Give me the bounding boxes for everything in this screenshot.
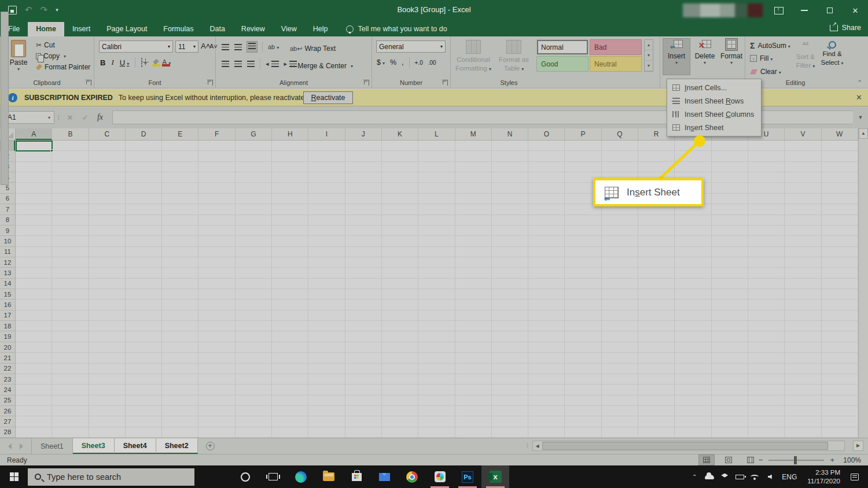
column-header-N[interactable]: N (492, 128, 528, 140)
currency-button[interactable]: $ (377, 58, 385, 66)
scroll-right-icon[interactable]: ▶ (853, 441, 863, 451)
excel-taskbar-button[interactable]: x (481, 465, 509, 488)
delete-cells-button[interactable]: ✕ Delete ▾ (692, 40, 718, 65)
underline-button[interactable]: U (120, 58, 129, 67)
row-header-11[interactable]: 11 (0, 247, 15, 257)
format-painter-button[interactable]: Format Painter (36, 63, 90, 71)
align-top-icon[interactable] (222, 44, 229, 50)
expand-formula-bar-icon[interactable]: ▼ (853, 114, 868, 120)
autosum-button[interactable]: Σ AutoSum (750, 41, 790, 50)
italic-button[interactable]: I (111, 58, 113, 67)
mail-button[interactable] (370, 465, 398, 488)
volume-icon[interactable] (762, 475, 777, 479)
row-header-7[interactable]: 7 (0, 204, 15, 215)
clock[interactable]: 2:33 PM11/17/2020 (807, 468, 840, 486)
column-header-V[interactable]: V (785, 128, 821, 140)
minimize-icon[interactable] (792, 0, 817, 21)
taskbar-search[interactable]: Type here to search (28, 468, 194, 486)
tell-me-box[interactable]: Tell me what you want to do (346, 25, 447, 36)
zoom-slider-thumb[interactable] (794, 456, 797, 464)
slack-button[interactable] (426, 465, 454, 488)
vertical-scrollbar-thumb[interactable] (1, 12, 9, 185)
font-color-button[interactable]: A (162, 58, 171, 66)
column-header-K[interactable]: K (382, 128, 418, 140)
font-size-combo[interactable]: 11▾ (175, 40, 198, 53)
column-header-W[interactable]: W (822, 128, 858, 140)
fill-handle[interactable] (50, 149, 53, 152)
increase-font-size-icon[interactable]: A˄ (201, 42, 210, 50)
file-explorer-button[interactable] (315, 465, 343, 488)
align-bottom-icon[interactable] (247, 42, 257, 52)
column-header-E[interactable]: E (162, 128, 198, 140)
tab-home[interactable]: Home (28, 22, 64, 36)
row-header-15[interactable]: 15 (0, 289, 15, 300)
orientation-button[interactable]: ab (268, 43, 279, 51)
align-center-icon[interactable] (234, 61, 242, 67)
clear-button[interactable]: Clear (750, 68, 781, 76)
align-right-icon[interactable] (247, 61, 255, 67)
row-header-10[interactable]: 10 (0, 236, 15, 246)
format-cells-button[interactable]: Format ▾ (718, 40, 745, 65)
font-dialog-launcher-icon[interactable] (207, 80, 213, 86)
conditional-formatting-button[interactable]: ConditionalFormatting (454, 40, 492, 73)
cancel-entry-icon[interactable]: ✕ (62, 113, 78, 122)
zoom-out-icon[interactable]: − (759, 456, 763, 464)
borders-button[interactable] (141, 58, 146, 66)
close-icon[interactable]: ✕ (843, 0, 868, 21)
row-header-21[interactable]: 21 (0, 353, 15, 363)
horizontal-scrollbar-thumb[interactable] (542, 442, 828, 450)
bold-button[interactable]: B (100, 58, 105, 67)
menu-item-insert-sheet-rows[interactable]: Insert Sheet Rows (667, 94, 761, 108)
column-header-A[interactable]: A (16, 128, 52, 140)
wifi-icon[interactable] (747, 475, 762, 479)
tab-insert[interactable]: Insert (64, 22, 98, 36)
styles-more-icon[interactable]: ▼ (645, 61, 653, 71)
vertical-scrollbar[interactable]: ▲ (858, 128, 868, 438)
style-normal[interactable]: Normal (536, 39, 589, 55)
name-box-splitter[interactable]: ⁞ (54, 114, 62, 121)
collapse-ribbon-icon[interactable]: ⌃ (858, 79, 862, 86)
tab-view[interactable]: View (273, 22, 305, 36)
sheet-tab-sheet3[interactable]: Sheet3 (73, 438, 115, 454)
cells-area[interactable] (16, 141, 858, 438)
language-indicator[interactable]: ENG (782, 473, 797, 481)
photoshop-button[interactable]: Ps (454, 465, 481, 488)
percent-button[interactable]: % (390, 58, 396, 66)
scroll-left-icon[interactable]: ◀ (533, 443, 542, 449)
paste-button[interactable]: Paste ▾ (6, 40, 31, 72)
dropbox-icon[interactable] (717, 474, 732, 480)
cut-button[interactable]: ✂Cut (36, 41, 90, 49)
styles-scroll-up-icon[interactable]: ▲ (645, 40, 653, 50)
row-header-9[interactable]: 9 (0, 225, 15, 236)
column-header-F[interactable]: F (198, 128, 235, 140)
format-as-table-button[interactable]: Format asTable (495, 40, 533, 73)
notification-center-icon[interactable] (851, 474, 859, 480)
menu-item-insert-cells[interactable]: Insert Cells... (667, 81, 761, 94)
menu-item-insert-sheet[interactable]: Insert Sheet (667, 121, 761, 134)
column-header-P[interactable]: P (565, 128, 601, 140)
column-header-M[interactable]: M (455, 128, 492, 140)
active-cell-a1[interactable] (16, 141, 53, 151)
row-header-18[interactable]: 18 (0, 321, 15, 331)
store-button[interactable] (343, 465, 370, 488)
column-header-I[interactable]: I (308, 128, 345, 140)
align-middle-icon[interactable] (234, 44, 242, 50)
number-format-combo[interactable]: General▾ (376, 40, 446, 53)
page-break-view-button[interactable] (743, 455, 758, 465)
menu-item-insert-sheet-columns[interactable]: Insert Sheet Columns (667, 108, 761, 121)
sheet-tab-sheet2[interactable]: Sheet2 (156, 438, 198, 454)
column-header-L[interactable]: L (418, 128, 455, 140)
zoom-in-icon[interactable]: + (830, 456, 834, 464)
row-header-8[interactable]: 8 (0, 215, 15, 225)
row-header-20[interactable]: 20 (0, 342, 15, 353)
row-header-13[interactable]: 13 (0, 268, 15, 278)
ribbon-display-options-icon[interactable] (766, 0, 792, 21)
zoom-percentage[interactable]: 100% (840, 456, 861, 464)
tab-formulas[interactable]: Formulas (155, 22, 201, 36)
horizontal-scroll-track[interactable]: ◀ (532, 441, 845, 451)
sheet-tab-sheet1[interactable]: Sheet1 (31, 438, 73, 454)
decrease-decimal-icon[interactable]: .00 (428, 60, 436, 66)
column-header-O[interactable]: O (528, 128, 565, 140)
increase-decimal-icon[interactable]: +.0 (415, 60, 423, 66)
reactivate-button[interactable]: Reactivate (303, 91, 353, 104)
